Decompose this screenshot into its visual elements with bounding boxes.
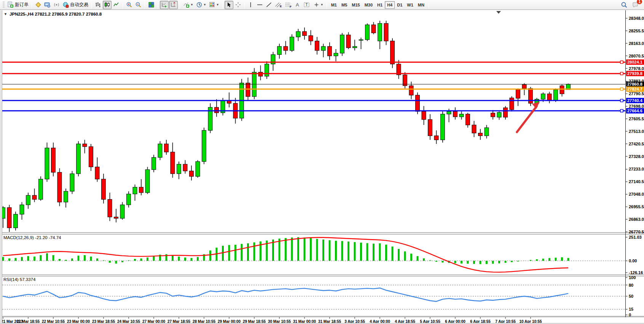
trend-arrow-annotation[interactable] xyxy=(517,102,540,132)
new-order-button[interactable]: 新订单 xyxy=(6,1,30,9)
vertical-line-icon xyxy=(248,2,253,8)
text-label-icon: T xyxy=(303,2,311,8)
vertical-line-button[interactable] xyxy=(247,1,255,9)
horizontal-line-icon xyxy=(257,2,263,8)
separator xyxy=(32,2,32,8)
separator xyxy=(429,2,429,8)
templates-button[interactable]: ▼ xyxy=(208,1,220,9)
timeframe-D1[interactable]: D1 xyxy=(395,1,405,9)
chevron-down-icon[interactable]: ▼ xyxy=(190,3,193,6)
svg-text:251.03: 251.03 xyxy=(629,235,642,239)
svg-text:27513.0: 27513.0 xyxy=(629,129,644,134)
svg-text:26770.5: 26770.5 xyxy=(629,230,644,234)
cursor-button[interactable] xyxy=(225,1,233,9)
chart-canvas[interactable]: 28348.028255.528163.028070.527978.027883… xyxy=(0,10,644,324)
zoom-in-button[interactable] xyxy=(125,1,134,9)
separator xyxy=(158,2,158,8)
pane-separators xyxy=(0,232,644,317)
level-lines[interactable] xyxy=(0,61,626,112)
timeframe-W1[interactable]: W1 xyxy=(405,1,416,9)
notifications-button[interactable]: 1 xyxy=(631,1,640,9)
svg-text:27939.8: 27939.8 xyxy=(627,71,642,76)
chart-window: 28348.028255.528163.028070.527978.027883… xyxy=(0,10,644,324)
auto-trading-label: 自动交易 xyxy=(70,2,88,8)
timeframe-M15[interactable]: M15 xyxy=(349,1,362,9)
terminal-icon xyxy=(44,2,51,8)
new-order-icon xyxy=(7,2,14,8)
svg-text:26863.0: 26863.0 xyxy=(629,217,644,222)
pivot-line-handle[interactable] xyxy=(620,88,623,91)
search-button[interactable] xyxy=(620,1,629,9)
tile-windows-icon xyxy=(148,2,155,8)
zoom-out-button[interactable] xyxy=(134,1,143,9)
candlestick-chart-button[interactable] xyxy=(103,1,112,9)
timeframe-H1[interactable]: H1 xyxy=(375,1,385,9)
zoom-in-icon xyxy=(126,2,132,8)
tile-windows-button[interactable] xyxy=(147,1,156,9)
shift-marker[interactable] xyxy=(496,11,501,14)
chevron-down-icon[interactable]: ▼ xyxy=(216,3,219,6)
svg-text:27790.5: 27790.5 xyxy=(629,91,644,96)
candlesticks xyxy=(1,21,571,232)
charts-button[interactable] xyxy=(34,1,43,9)
svg-text:27048.0: 27048.0 xyxy=(629,192,644,196)
bar-chart-icon xyxy=(95,2,101,8)
toolbar: 新订单 自动交易 ▼ ▼ xyxy=(0,0,644,10)
horizontal-line-button[interactable] xyxy=(255,1,264,9)
auto-scroll-icon xyxy=(161,2,167,8)
terminal-button[interactable] xyxy=(43,1,52,9)
separator xyxy=(123,2,123,8)
timeframe-MN[interactable]: MN xyxy=(416,1,427,9)
separator xyxy=(222,2,223,8)
channel-button[interactable]: E xyxy=(274,1,283,9)
svg-text:-126.16: -126.16 xyxy=(629,270,643,275)
chart-menu-dropdown-icon[interactable]: ▼ xyxy=(4,12,7,16)
resistance-line-1-handle[interactable] xyxy=(620,61,623,64)
svg-text:27860.8: 27860.8 xyxy=(627,82,642,86)
zoom-out-icon xyxy=(135,2,142,8)
svg-text:F: F xyxy=(290,5,292,8)
text-label-button[interactable]: T xyxy=(302,1,312,9)
timeframe-H4[interactable]: H4 xyxy=(385,1,395,9)
svg-text:T: T xyxy=(305,3,308,7)
timeframe-M5[interactable]: M5 xyxy=(339,1,349,9)
svg-text:50: 50 xyxy=(629,294,633,298)
charts-icon xyxy=(35,2,41,8)
line-chart-button[interactable] xyxy=(112,1,121,9)
auto-scroll-button[interactable] xyxy=(160,1,169,9)
chevron-down-icon[interactable]: ▼ xyxy=(320,3,324,6)
resistance-line-2-handle[interactable] xyxy=(620,72,623,75)
svg-text:27978.0: 27978.0 xyxy=(629,66,644,71)
svg-text:28348.0: 28348.0 xyxy=(629,16,644,21)
cursor-icon xyxy=(226,2,232,8)
macd-pane xyxy=(0,237,626,272)
periods-button[interactable]: ▼ xyxy=(195,1,207,9)
arrows-tool-button[interactable]: ▼ xyxy=(312,1,325,9)
fibonacci-button[interactable]: F xyxy=(284,1,293,9)
chart-title-bar[interactable]: ▼ JPN225-,H4 27821.2 27865.9 27820.7 278… xyxy=(4,12,102,16)
svg-text:26955.5: 26955.5 xyxy=(629,204,644,209)
auto-trading-button[interactable]: 自动交易 xyxy=(61,1,89,9)
svg-text:28070.5: 28070.5 xyxy=(629,54,644,58)
support-line-2-handle[interactable] xyxy=(620,109,623,112)
trendline-icon xyxy=(266,2,272,8)
svg-text:27664.6: 27664.6 xyxy=(627,109,642,113)
chart-shift-button[interactable] xyxy=(169,1,178,9)
timeframe-M30[interactable]: M30 xyxy=(362,1,375,9)
broadcast-button[interactable] xyxy=(52,1,61,9)
crosshair-button[interactable] xyxy=(234,1,242,9)
chart-shift-marker[interactable] xyxy=(496,11,501,14)
price-axis[interactable]: 28348.028255.528163.028070.527978.027883… xyxy=(626,10,644,317)
trendline-button[interactable] xyxy=(265,1,273,9)
chevron-down-icon[interactable]: ▼ xyxy=(203,3,206,6)
chart-shift-icon xyxy=(170,2,177,8)
fibonacci-icon: F xyxy=(285,2,292,8)
support-line-1-handle[interactable] xyxy=(620,99,623,102)
bar-chart-button[interactable] xyxy=(94,1,102,9)
text-button[interactable]: A xyxy=(293,1,302,9)
separator xyxy=(244,2,245,8)
timeframe-M1[interactable]: M1 xyxy=(329,1,339,9)
toolbar-grip[interactable] xyxy=(3,2,5,8)
indicators-button[interactable]: ▼ xyxy=(182,1,194,9)
indicators-icon xyxy=(183,2,190,8)
